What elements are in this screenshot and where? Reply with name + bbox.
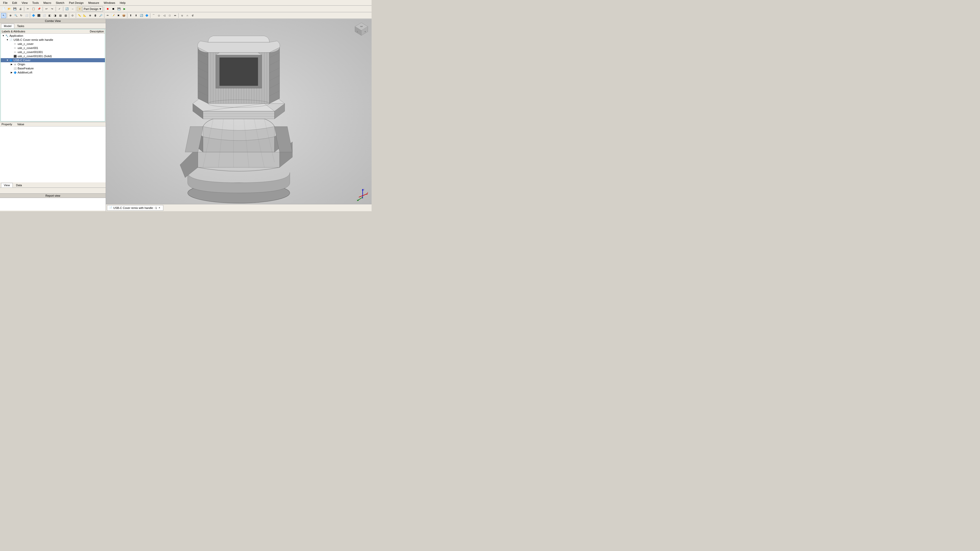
revolution-button[interactable]: 🔄	[139, 13, 144, 18]
menu-macro[interactable]: Macro	[41, 1, 53, 5]
save-button[interactable]: 💾	[12, 6, 18, 11]
view-back-button[interactable]: ▨	[63, 13, 68, 18]
view-front-button[interactable]: ⬛	[36, 13, 41, 18]
refresh-button[interactable]: 🔄	[64, 6, 69, 11]
zoom-fit-button[interactable]: ⊕	[8, 13, 13, 18]
axis-indicator: Z X Y	[356, 188, 369, 201]
tree-label-usb-c-cover-body: USB-C Cover	[13, 59, 105, 62]
pointer-button[interactable]: ↖	[1, 13, 6, 18]
chamfer-button[interactable]: ◇	[156, 13, 162, 18]
tree-item-usb-c-cover001001[interactable]: ▶ ✏ usb_c_cover001001	[1, 50, 105, 54]
measure-linear-button[interactable]: 📏	[77, 13, 82, 18]
print-button[interactable]: 🖨	[18, 6, 23, 11]
cut-button[interactable]: ✂	[25, 6, 30, 11]
loft-button[interactable]: 🔷	[144, 13, 149, 18]
close-sketch-button[interactable]: ✖	[116, 13, 121, 18]
paste-button[interactable]: 📌	[37, 6, 41, 11]
tree-header: Labels & Attributes Description	[1, 29, 105, 34]
save-macro-button[interactable]: 💾	[116, 6, 121, 11]
toolbar-view: ↖ ⊕ 🔍 ↻ ⬜ 🔷 ⬛ ⬜ ◧ ◨ ▧ ▨ ⊙ 📏 📐 ⊗ 🗑 🔎 ✏ 📝 …	[0, 12, 372, 19]
workbench-dropdown[interactable]: Part Design ▼	[83, 6, 103, 11]
sep-v2	[30, 13, 30, 18]
expand-usb-c-cover[interactable]: ▶	[10, 43, 13, 45]
tree-item-usb-c-cover-body[interactable]: ▼ 🔷 USB-C Cover	[1, 58, 105, 62]
view-top-button[interactable]: ⬜	[41, 13, 47, 18]
create-body-button[interactable]: 📦	[121, 13, 126, 18]
arrow-button[interactable]: →	[70, 6, 75, 11]
intersection-btn[interactable]: ⊄	[190, 13, 195, 18]
sep-v7	[150, 13, 150, 18]
view-isometric-button[interactable]: 🔷	[31, 13, 36, 18]
expand-usb-c-cover001[interactable]: ▶	[10, 47, 13, 49]
menu-tools[interactable]: Tools	[30, 1, 41, 5]
edit-sketch-button[interactable]: 📝	[110, 13, 116, 18]
subtracted-btn[interactable]: ∩	[185, 13, 190, 18]
view-box-button[interactable]: ⬜	[24, 13, 29, 18]
tree-item-usb-c-cover[interactable]: ▶ ✏ usb_c_cover	[1, 42, 105, 46]
menu-measure[interactable]: Measure	[86, 1, 101, 5]
view-bottom-button[interactable]: ▧	[58, 13, 63, 18]
expand-origin[interactable]: ▶	[10, 63, 13, 65]
copy-button[interactable]: 📋	[31, 6, 36, 11]
doc-tab-close-button[interactable]: ×	[158, 206, 161, 210]
new-button[interactable]: 📄	[1, 6, 6, 11]
rotate-btn[interactable]: ↻	[19, 13, 24, 18]
draft-button[interactable]: ◁	[162, 13, 167, 18]
expand-additiveloft[interactable]: ▶	[10, 71, 13, 74]
snap-button[interactable]: ⊙	[70, 13, 75, 18]
expand-usb-c-cover-solid[interactable]: ▶	[10, 55, 13, 57]
menu-view[interactable]: View	[20, 1, 30, 5]
measure-angular-button[interactable]: 📐	[82, 13, 87, 18]
expand-usb-c-cover-body[interactable]: ▼	[6, 59, 9, 62]
tree-item-additiveloft[interactable]: ▶ 🔷 AdditiveLoft	[1, 70, 105, 75]
expand-application[interactable]: ▼	[2, 35, 5, 37]
record-macro-button[interactable]: ⏺	[105, 6, 110, 11]
menu-partdesign[interactable]: Part Design	[67, 1, 86, 5]
tab-tasks[interactable]: Tasks	[14, 24, 27, 28]
tree-item-usb-c-cover-solid[interactable]: ▶ ⬛ usb_c_cover001001 (Solid)	[1, 54, 105, 58]
tree-item-origin[interactable]: ▶ ⊕ Origin	[1, 62, 105, 66]
doc-tab-icon: 📄	[109, 206, 112, 209]
redo-button[interactable]: ↪	[49, 6, 55, 11]
menu-file[interactable]: File	[1, 1, 10, 5]
nav-cube[interactable]: TOP L R	[354, 21, 369, 37]
check-button[interactable]: ✓	[57, 6, 62, 11]
menu-windows[interactable]: Windows	[102, 1, 118, 5]
tree-item-application[interactable]: ▼ 🔧 Application	[1, 34, 105, 38]
tree-item-basefeature[interactable]: ▶ ⬜ BaseFeature	[1, 66, 105, 70]
execute-macro-button[interactable]: ▶	[122, 6, 127, 11]
tab-model[interactable]: Model	[1, 24, 14, 28]
boolean-btn[interactable]: ∪	[180, 13, 185, 18]
tab-view[interactable]: View	[1, 183, 13, 187]
mirrored-button[interactable]: ⇔	[172, 13, 178, 18]
stop-macro-button[interactable]: ⏹	[111, 6, 116, 11]
measure-clearall-button[interactable]: 🗑	[93, 13, 98, 18]
tree-item-usb-remix[interactable]: ▼ 📄 USB-C Cover remix with handle	[1, 38, 105, 42]
report-view-title: Report view	[0, 194, 106, 198]
zoom-in-button[interactable]: 🔍	[13, 13, 18, 18]
measure-radial-button[interactable]: ⊗	[88, 13, 93, 18]
open-button[interactable]: 📂	[6, 6, 12, 11]
fillet-button[interactable]: ⌒	[151, 13, 156, 18]
body-icon: 🔷	[9, 59, 13, 62]
expand-usb-remix[interactable]: ▼	[6, 38, 9, 41]
view-right-button[interactable]: ◧	[47, 13, 52, 18]
tree-label-usb-c-cover001001: usb_c_cover001001	[17, 51, 105, 54]
viewport[interactable]: TOP L R Z X Y	[106, 19, 372, 211]
menu-edit[interactable]: Edit	[10, 1, 19, 5]
menu-help[interactable]: Help	[118, 1, 127, 5]
menu-sketch[interactable]: Sketch	[54, 1, 67, 5]
inspect-button[interactable]: 🔎	[98, 13, 103, 18]
tab-data[interactable]: Data	[13, 183, 25, 187]
expand-usb-c-cover001001[interactable]: ▶	[10, 51, 13, 53]
view-left-button[interactable]: ◨	[52, 13, 57, 18]
pocket-button[interactable]: ⬇	[134, 13, 138, 18]
doc-tab-usb-cover[interactable]: 📄 USB-C Cover remix with handle : 1 ×	[107, 205, 163, 211]
expand-basefeature[interactable]: ▶	[10, 67, 13, 70]
thickness-button[interactable]: □	[167, 13, 172, 18]
undo-button[interactable]: ↩	[44, 6, 49, 11]
svg-text:R: R	[365, 31, 366, 32]
tree-item-usb-c-cover001[interactable]: ▶ ✏ usb_c_cover001	[1, 46, 105, 50]
pad-button[interactable]: ⬆	[128, 13, 133, 18]
sketch-button[interactable]: ✏	[105, 13, 110, 18]
